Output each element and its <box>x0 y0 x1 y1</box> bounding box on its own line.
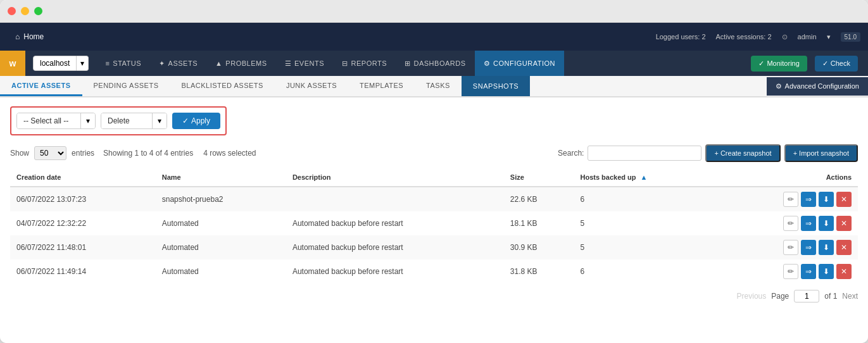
cell-hosts: 5 <box>574 211 715 235</box>
cell-description: Automated backup before restart <box>286 259 504 284</box>
col-actions: Actions <box>715 168 858 187</box>
edit-button[interactable]: ✏ <box>783 216 798 231</box>
sidebar-item-problems[interactable]: ▲ PROBLEMS <box>206 51 276 76</box>
events-label: EVENTS <box>294 59 324 67</box>
sidebar-item-status[interactable]: ≡ STATUS <box>96 51 150 76</box>
tab-junk-assets-label: JUNK ASSETS <box>286 82 337 89</box>
export-button[interactable]: ⇒ <box>801 216 816 231</box>
nav-items: ≡ STATUS ✦ ASSETS ▲ PROBLEMS ☰ EVENTS ⊟ … <box>96 51 564 76</box>
show-label: Show <box>10 149 29 158</box>
tab-blacklisted-assets-label: BLACKLISTED ASSETS <box>181 82 263 89</box>
tab-snapshots-label: SNAPSHOTS <box>473 82 519 90</box>
sidebar-item-events[interactable]: ☰ EVENTS <box>276 51 334 76</box>
cell-name: Automated <box>156 235 286 259</box>
home-icon: ⌂ <box>15 32 20 41</box>
page-input[interactable] <box>794 290 819 302</box>
edit-button[interactable]: ✏ <box>783 240 798 255</box>
admin-menu[interactable]: admin <box>798 33 817 41</box>
check-button[interactable]: ✓ Check <box>815 56 858 72</box>
cell-name: Automated <box>156 211 286 235</box>
assets-label: ASSETS <box>168 59 198 67</box>
problems-label: PROBLEMS <box>225 59 267 67</box>
snapshots-table: Creation date Name Description Size Host… <box>10 168 858 284</box>
cell-creation-date: 06/07/2022 11:48:01 <box>10 235 156 259</box>
of-label: of 1 <box>824 292 837 301</box>
host-selector: localhost ▾ <box>33 56 89 71</box>
edit-button[interactable]: ✏ <box>783 192 798 207</box>
select-all-dropdown[interactable]: ▾ <box>80 113 95 128</box>
host-dropdown[interactable]: ▾ <box>77 56 89 71</box>
search-input[interactable] <box>588 146 701 161</box>
sidebar-item-dashboards[interactable]: ⊞ DASHBOARDS <box>396 51 475 76</box>
edit-button[interactable]: ✏ <box>783 264 798 279</box>
tab-pending-assets[interactable]: PENDING ASSETS <box>82 77 170 96</box>
gear-icon: ⚙ <box>776 82 782 90</box>
delete-button[interactable]: ✕ <box>836 240 852 255</box>
export-button[interactable]: ⇒ <box>801 264 816 279</box>
monitoring-label: Monitoring <box>767 59 799 67</box>
col-name: Name <box>156 168 286 187</box>
tab-tasks-label: TASKS <box>426 82 450 89</box>
next-button[interactable]: Next <box>842 292 858 301</box>
sidebar-item-configuration[interactable]: ⚙ CONFIGURATION <box>475 51 564 76</box>
col-creation-date: Creation date <box>10 168 156 187</box>
close-button[interactable] <box>8 7 16 15</box>
assets-icon: ✦ <box>159 59 165 68</box>
action-group: Delete ▾ <box>101 113 167 129</box>
delete-button[interactable]: ✕ <box>836 216 852 231</box>
advanced-config-button[interactable]: ⚙ Advanced Configuration <box>767 77 868 96</box>
apply-button[interactable]: ✓ Apply <box>172 113 220 129</box>
table-row: 06/07/2022 13:07:23 snapshot-prueba2 22.… <box>10 187 858 211</box>
tab-snapshots[interactable]: SNAPSHOTS <box>462 76 530 96</box>
tab-tasks[interactable]: TASKS <box>415 77 462 96</box>
delete-button[interactable]: ✕ <box>836 192 852 207</box>
col-hosts-backed-up[interactable]: Hosts backed up ▲ <box>574 168 715 187</box>
nav-right: Logged users: 2 Active sessions: 2 ⊙ adm… <box>656 32 860 42</box>
checkmark-icon: ✓ <box>182 116 189 125</box>
download-button[interactable]: ⬇ <box>819 192 834 207</box>
home-button[interactable]: ⌂ Home <box>8 23 51 51</box>
configuration-icon: ⚙ <box>484 59 491 68</box>
events-icon: ☰ <box>285 59 292 68</box>
export-button[interactable]: ⇒ <box>801 192 816 207</box>
showing-text: Showing 1 to 4 of 4 entries <box>103 149 193 158</box>
action-bar: -- Select all -- ▾ Delete ▾ ✓ Apply <box>10 106 227 135</box>
export-button[interactable]: ⇒ <box>801 240 816 255</box>
admin-chevron[interactable]: ▾ <box>827 33 831 41</box>
status-icon: ≡ <box>105 59 110 67</box>
tab-junk-assets[interactable]: JUNK ASSETS <box>275 77 348 96</box>
tab-templates[interactable]: TEMPLATES <box>348 77 415 96</box>
sidebar-item-reports[interactable]: ⊟ REPORTS <box>333 51 396 76</box>
entries-select[interactable]: 50 25 100 <box>34 146 66 160</box>
tab-active-assets[interactable]: ACTIVE ASSETS <box>0 77 82 96</box>
home-label: Home <box>23 32 44 41</box>
delete-button[interactable]: ✕ <box>836 264 852 279</box>
tab-active-assets-label: ACTIVE ASSETS <box>11 82 71 89</box>
tab-blacklisted-assets[interactable]: BLACKLISTED ASSETS <box>170 77 274 96</box>
logged-users: Logged users: 2 <box>656 33 706 41</box>
tab-pending-assets-label: PENDING ASSETS <box>94 82 159 89</box>
import-snapshot-button[interactable]: + Import snapshot <box>784 144 858 162</box>
col-description: Description <box>286 168 504 187</box>
nav-icon: ⊙ <box>782 33 788 41</box>
table-row: 06/07/2022 11:48:01 Automated Automated … <box>10 235 858 259</box>
dashboards-label: DASHBOARDS <box>414 59 466 67</box>
check-icon: ✓ <box>822 59 828 68</box>
monitoring-button[interactable]: ✓ Monitoring <box>751 56 807 72</box>
previous-button[interactable]: Previous <box>737 292 767 301</box>
create-snapshot-button[interactable]: + Create snapshot <box>705 144 780 162</box>
select-all-group: -- Select all -- ▾ <box>16 113 96 129</box>
search-label: Search: <box>558 149 584 158</box>
cell-size: 30.9 KB <box>504 235 574 259</box>
sidebar-item-assets[interactable]: ✦ ASSETS <box>150 51 206 76</box>
maximize-button[interactable] <box>34 7 42 15</box>
cell-name: snapshot-prueba2 <box>156 187 286 211</box>
download-button[interactable]: ⬇ <box>819 216 834 231</box>
download-button[interactable]: ⬇ <box>819 240 834 255</box>
download-button[interactable]: ⬇ <box>819 264 834 279</box>
tab-bar: ACTIVE ASSETS PENDING ASSETS BLACKLISTED… <box>0 76 868 97</box>
table-header: Creation date Name Description Size Host… <box>10 168 858 187</box>
action-dropdown[interactable]: ▾ <box>152 113 167 128</box>
search-area: Search: + Create snapshot + Import snaps… <box>558 144 858 162</box>
minimize-button[interactable] <box>21 7 29 15</box>
